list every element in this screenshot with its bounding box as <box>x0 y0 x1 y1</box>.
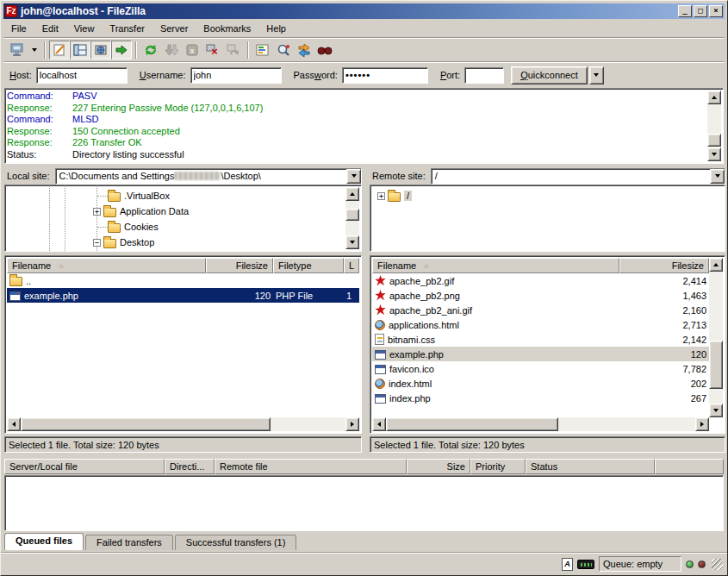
port-input[interactable] <box>464 67 504 84</box>
tree-item[interactable]: / <box>370 188 725 203</box>
scrollbar-thumb[interactable] <box>386 417 558 431</box>
remote-list-hscrollbar[interactable] <box>372 417 709 431</box>
remote-site-label: Remote site: <box>370 171 431 181</box>
column-header-filename[interactable]: Filename <box>372 258 619 273</box>
column-header-remote-file[interactable]: Remote file <box>215 459 407 474</box>
minimize-button[interactable]: _ <box>678 5 692 17</box>
disconnect-button[interactable]: × <box>202 41 223 59</box>
password-input[interactable] <box>342 67 428 84</box>
menu-transfer[interactable]: Transfer <box>102 22 152 35</box>
file-row[interactable]: apache_pb2.png 1,463 <box>372 288 709 303</box>
speed-limits-icon[interactable] <box>577 560 594 569</box>
menu-server[interactable]: Server <box>152 22 196 35</box>
remote-list-vscrollbar[interactable] <box>709 258 723 417</box>
file-row[interactable]: apache_pb2.gif 2,414 <box>372 273 709 288</box>
file-row[interactable]: index.php 267 <box>372 391 709 405</box>
file-row-selected[interactable]: example.php 120 PHP File 1 <box>7 288 359 303</box>
remote-site-combo[interactable]: / <box>431 168 725 185</box>
local-site-dropdown-button[interactable] <box>346 169 361 184</box>
tree-item-label: Desktop <box>120 237 154 247</box>
tab-failed-transfers[interactable]: Failed transfers <box>85 535 173 550</box>
column-header-direction[interactable]: Directi... <box>165 459 215 474</box>
menu-help[interactable]: Help <box>258 22 294 35</box>
file-last-modified: 1 <box>346 291 352 301</box>
tab-successful-transfers[interactable]: Successful transfers (1) <box>175 535 297 550</box>
local-site-combo[interactable]: C:\Documents and Settings\Desktop\ <box>55 168 362 185</box>
file-row[interactable]: applications.html 2,713 <box>372 317 709 332</box>
site-manager-button[interactable] <box>7 41 28 59</box>
find-files-button[interactable] <box>314 41 335 59</box>
divider <box>3 61 725 63</box>
local-tree-scrollbar[interactable] <box>345 187 359 249</box>
menu-edit[interactable]: Edit <box>34 22 66 35</box>
panel-splitter[interactable] <box>362 166 370 450</box>
file-name: index.php <box>389 393 431 404</box>
title-bar[interactable]: john@localhost - FileZilla _ □ × <box>3 3 725 19</box>
tree-item-label: / <box>404 191 412 201</box>
column-header-size[interactable]: Size <box>407 459 470 474</box>
toggle-remote-tree-button[interactable] <box>90 41 111 59</box>
scrollbar-thumb[interactable] <box>21 417 271 431</box>
menu-view[interactable]: View <box>66 22 103 35</box>
cancel-button[interactable]: x <box>182 41 202 59</box>
file-row[interactable]: bitnami.css 2,142 <box>372 332 709 347</box>
column-header-filetype[interactable]: Filetype <box>273 258 344 273</box>
tree-item[interactable]: Desktop <box>5 235 345 250</box>
data-type-ascii-icon[interactable] <box>562 558 573 571</box>
log-scrollbar[interactable] <box>707 91 721 161</box>
quickconnect-bar: Host: Username: Password: Port: Quickcon… <box>3 64 725 86</box>
local-list-hscrollbar[interactable] <box>7 417 359 431</box>
quickconnect-dropdown-button[interactable] <box>589 66 604 85</box>
refresh-button[interactable] <box>140 41 161 59</box>
site-manager-dropdown-button[interactable] <box>28 41 40 59</box>
menu-bookmarks[interactable]: Bookmarks <box>196 22 258 35</box>
scrollbar-thumb[interactable] <box>709 341 723 389</box>
log-text: 226 Transfer OK <box>72 137 142 149</box>
log-label: Command: <box>7 91 72 103</box>
toggle-transfer-queue-button[interactable] <box>111 41 132 59</box>
tree-item[interactable]: Cookies <box>5 219 345 235</box>
column-header-server-local-file[interactable]: Server/Local file <box>4 459 165 474</box>
log-text: MLSD <box>72 114 99 126</box>
file-row[interactable]: index.html 202 <box>372 376 709 391</box>
menu-file[interactable]: File <box>3 22 34 35</box>
synchronized-browsing-button[interactable] <box>294 41 314 59</box>
toggle-local-tree-button[interactable] <box>70 41 90 59</box>
process-queue-button[interactable] <box>161 41 182 59</box>
column-header-priority[interactable]: Priority <box>470 459 526 474</box>
column-header-last-modified[interactable]: L <box>344 258 359 273</box>
reconnect-icon <box>227 43 240 57</box>
reconnect-button[interactable] <box>223 41 244 59</box>
column-header-filesize[interactable]: Filesize <box>206 258 273 273</box>
scrollbar-thumb[interactable] <box>707 134 721 147</box>
file-row[interactable]: .. <box>7 273 359 288</box>
file-size: 2,713 <box>682 320 706 330</box>
transfer-queue-icon <box>115 43 128 57</box>
close-button[interactable]: × <box>709 5 723 17</box>
directory-filters-button[interactable] <box>252 41 273 59</box>
column-header-filename[interactable]: Filename <box>7 258 206 273</box>
scrollbar-thumb[interactable] <box>345 209 359 221</box>
file-row-selected[interactable]: example.php 120 <box>372 347 709 361</box>
tab-queued-files[interactable]: Queued files <box>4 533 84 550</box>
tree-item[interactable]: Application Data <box>5 203 345 219</box>
column-header-filesize[interactable]: Filesize <box>619 258 709 273</box>
expand-plus-icon[interactable] <box>377 192 385 200</box>
host-input[interactable] <box>36 67 128 84</box>
resize-grip[interactable] <box>712 559 723 570</box>
php-file-icon <box>375 394 386 404</box>
file-row[interactable]: favicon.ico 7,782 <box>372 361 709 376</box>
directory-comparison-button[interactable] <box>273 41 294 59</box>
tree-item[interactable]: .VirtualBox <box>5 188 345 203</box>
column-header-status[interactable]: Status <box>526 459 655 474</box>
toggle-message-log-button[interactable] <box>49 41 70 59</box>
collapse-minus-icon[interactable] <box>93 239 101 247</box>
username-input[interactable] <box>190 67 282 84</box>
tree-item-label: .VirtualBox <box>124 191 170 201</box>
maximize-button[interactable]: □ <box>694 5 707 17</box>
quickconnect-button[interactable]: Quickconnect <box>511 66 588 85</box>
remote-site-dropdown-button[interactable] <box>710 169 725 184</box>
local-list-status: Selected 1 file. Total size: 120 bytes <box>4 436 362 453</box>
file-row[interactable]: apache_pb2_ani.gif 2,160 <box>372 303 709 317</box>
expand-plus-icon[interactable] <box>93 208 101 216</box>
